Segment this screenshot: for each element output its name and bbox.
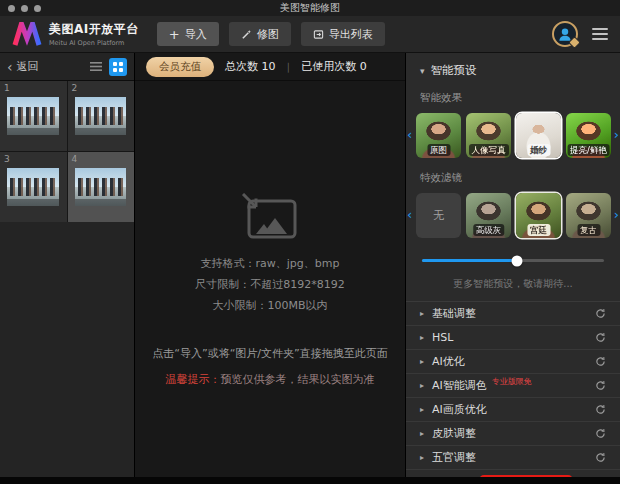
export-icon — [313, 29, 324, 40]
brand: 美图AI开放平台 Meitu AI Open Platform — [12, 21, 139, 47]
effect-portrait[interactable]: 人像写真 — [466, 113, 511, 158]
image-import-icon — [239, 193, 301, 243]
reset-icon[interactable] — [595, 332, 606, 343]
adjustment-sections: ▸ 基础调整 ▸ HSL ▸ AI优化 ▸ AI智能调色 专业版限 — [406, 301, 620, 470]
section-facial-adjust[interactable]: ▸ 五官调整 — [406, 446, 620, 470]
section-hsl[interactable]: ▸ HSL — [406, 326, 620, 350]
filter-vintage[interactable]: 复古 — [566, 193, 611, 238]
meitu-logo-icon — [12, 22, 42, 46]
warm-tip-label: 温馨提示： — [166, 373, 221, 386]
section-label: HSL — [432, 331, 453, 344]
thumbnail-cell-4[interactable]: 4 — [68, 152, 135, 222]
thumbnail-number: 4 — [72, 154, 78, 164]
filters-row: ‹ 无 高级灰 宫廷 复古 › — [406, 193, 620, 238]
effects-prev-icon[interactable]: ‹ — [407, 128, 412, 141]
brand-title: 美图AI开放平台 — [49, 21, 139, 38]
retouch-button[interactable]: 修图 — [229, 22, 291, 46]
filters-label: 特效滤镜 — [406, 158, 620, 193]
window-bottom-edge — [0, 477, 620, 484]
thumbnail-number: 3 — [4, 154, 10, 164]
filter-slider-fill — [422, 259, 517, 262]
grid-view-icon[interactable] — [109, 58, 127, 76]
thumbnail-panel: ‹ 返回 1 2 — [0, 53, 135, 477]
dimension-line: 尺寸限制：不超过8192*8192 — [195, 274, 345, 295]
caret-right-icon: ▸ — [420, 309, 424, 318]
reset-icon[interactable] — [595, 404, 606, 415]
reset-icon[interactable] — [595, 308, 606, 319]
caret-right-icon: ▸ — [420, 453, 424, 462]
thumbnail-photo — [7, 168, 59, 206]
app-window: 美图智能修图 美图AI开放平台 Meitu AI Open Platform +… — [0, 0, 620, 484]
header: 美图AI开放平台 Meitu AI Open Platform + 导入 修图 — [0, 16, 620, 53]
section-ai-quality[interactable]: ▸ AI画质优化 — [406, 398, 620, 422]
filter-slider-handle[interactable] — [511, 255, 522, 266]
filter-none[interactable]: 无 — [416, 193, 461, 238]
section-basic-adjust[interactable]: ▸ 基础调整 — [406, 302, 620, 326]
reset-icon[interactable] — [595, 380, 606, 391]
section-label: 五官调整 — [432, 450, 476, 465]
usage-used: 已使用次数 0 — [301, 59, 367, 74]
more-presets-hint: 更多智能预设，敬请期待... — [406, 277, 620, 291]
filter-label: 复古 — [577, 224, 600, 236]
workspace-panel: 会员充值 总次数 10 ｜ 已使用次数 0 支持格式：raw、jpg、bmp — [135, 53, 405, 477]
effect-label: 提亮/鲜艳 — [567, 144, 610, 156]
user-avatar[interactable] — [552, 21, 578, 47]
filters-next-icon[interactable]: › — [614, 208, 619, 221]
effects-row: ‹ 原图 人像写真 婚纱 提亮/鲜艳 › — [406, 113, 620, 158]
reset-icon[interactable] — [595, 452, 606, 463]
section-skin-adjust[interactable]: ▸ 皮肤调整 — [406, 422, 620, 446]
section-label: 皮肤调整 — [432, 426, 476, 441]
usage-total: 总次数 10 — [225, 59, 276, 74]
filter-advanced-gray[interactable]: 高级灰 — [466, 193, 511, 238]
filters-prev-icon[interactable]: ‹ — [407, 208, 412, 221]
export-list-button[interactable]: 导出列表 — [301, 22, 385, 46]
caret-right-icon: ▸ — [420, 405, 424, 414]
import-drop-zone[interactable]: 支持格式：raw、jpg、bmp 尺寸限制：不超过8192*8192 大小限制：… — [135, 81, 405, 477]
filter-label: 高级灰 — [473, 224, 505, 236]
effect-label: 人像写真 — [469, 144, 509, 156]
section-ai-color[interactable]: ▸ AI智能调色 专业版限免 — [406, 374, 620, 398]
wand-icon — [241, 29, 252, 40]
back-button-label: 返回 — [17, 59, 39, 74]
thumbnail-grid: 1 2 3 4 — [0, 81, 134, 222]
section-label: 基础调整 — [432, 306, 476, 321]
caret-right-icon: ▸ — [420, 357, 424, 366]
format-line: 支持格式：raw、jpg、bmp — [195, 253, 345, 274]
back-button[interactable]: ‹ 返回 — [7, 59, 39, 74]
thumbnail-photo — [7, 97, 59, 135]
thumbnail-photo — [75, 97, 127, 135]
back-chevron-icon: ‹ — [7, 60, 13, 74]
filter-label: 宫廷 — [527, 224, 550, 236]
window-title: 美图智能修图 — [0, 1, 620, 15]
export-list-button-label: 导出列表 — [329, 27, 373, 42]
smart-preset-title: 智能预设 — [431, 63, 477, 78]
usage-separator: ｜ — [284, 60, 294, 74]
reset-icon[interactable] — [595, 356, 606, 367]
effect-label: 原图 — [427, 144, 450, 156]
effect-brighten-vivid[interactable]: 提亮/鲜艳 — [566, 113, 611, 158]
effect-original[interactable]: 原图 — [416, 113, 461, 158]
thumbnail-photo — [75, 168, 127, 206]
smart-preset-header[interactable]: ▾ 智能预设 — [406, 53, 620, 78]
filter-intensity-slider[interactable] — [422, 255, 604, 266]
thumbnail-cell-1[interactable]: 1 — [0, 81, 67, 151]
drag-hint: 点击“导入”或将“图片/文件夹”直接拖拽至此页面 — [152, 346, 388, 361]
filter-palace[interactable]: 宫廷 — [516, 193, 561, 238]
titlebar: 美图智能修图 — [0, 0, 620, 16]
thumbnail-number: 2 — [72, 83, 78, 93]
list-view-icon[interactable] — [87, 58, 104, 75]
section-ai-optimize[interactable]: ▸ AI优化 — [406, 350, 620, 374]
import-button[interactable]: + 导入 — [157, 22, 219, 46]
warm-tip-text: 预览仅供参考，结果以实图为准 — [221, 373, 375, 386]
member-recharge-button[interactable]: 会员充值 — [146, 57, 214, 77]
section-label: AI智能调色 — [432, 378, 487, 393]
effects-next-icon[interactable]: › — [614, 128, 619, 141]
preset-panel: ▾ 智能预设 智能效果 ‹ 原图 人像写真 婚纱 提亮/鲜艳 › — [405, 53, 620, 477]
thumbnail-cell-2[interactable]: 2 — [68, 81, 135, 151]
section-label: AI画质优化 — [432, 402, 487, 417]
reset-icon[interactable] — [595, 428, 606, 439]
caret-right-icon: ▸ — [420, 381, 424, 390]
effect-wedding[interactable]: 婚纱 — [516, 113, 561, 158]
menu-icon[interactable] — [592, 28, 608, 40]
thumbnail-cell-3[interactable]: 3 — [0, 152, 67, 222]
